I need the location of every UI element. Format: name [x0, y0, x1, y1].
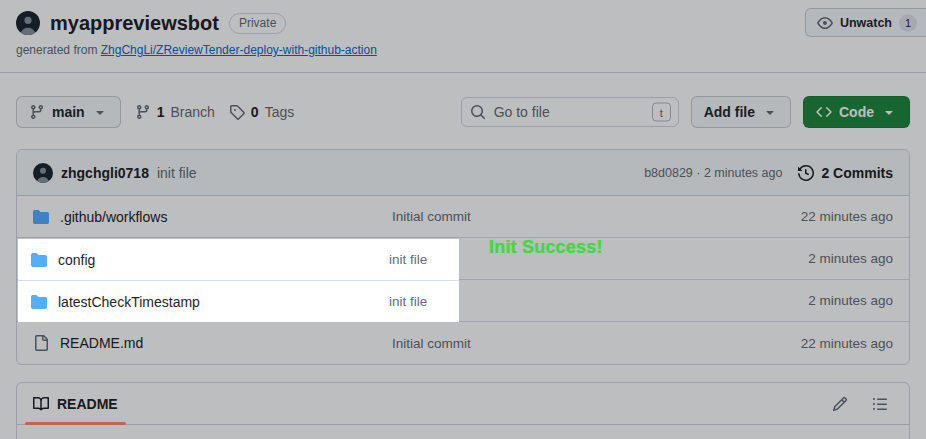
code-icon [816, 104, 832, 120]
edit-readme-button[interactable] [824, 388, 856, 420]
outline-button[interactable] [864, 388, 896, 420]
table-row: README.md Initial commit 22 minutes ago [17, 322, 909, 364]
file-name-link[interactable]: config [31, 252, 389, 268]
latest-commit-bar: zhgchgli0718 init file b8d0829 · 2 minut… [17, 150, 909, 196]
commit-message-link[interactable]: init file [389, 252, 459, 267]
visibility-badge: Private [229, 13, 286, 34]
commit-time[interactable]: 2 minutes ago [808, 251, 893, 266]
commit-time[interactable]: 22 minutes ago [801, 336, 893, 351]
commit-author-avatar [33, 163, 53, 183]
table-row: .github/workflows Initial commit 22 minu… [17, 196, 909, 238]
pencil-icon [832, 396, 848, 412]
branches-count: 1 [157, 104, 165, 120]
shortcut-kbd: t [652, 103, 671, 122]
commit-sha-time[interactable]: b8d0829 · 2 minutes ago [644, 166, 782, 180]
branches-link[interactable]: 1 Branch [135, 104, 215, 120]
file-name: latestCheckTimestamp [58, 294, 200, 310]
chevron-down-icon [881, 104, 897, 120]
generated-from-link[interactable]: ZhgChgLi/ZReviewTender-deploy-with-githu… [101, 43, 377, 57]
branch-selector-button[interactable]: main [16, 96, 121, 128]
unwatch-button[interactable]: Unwatch 1 [805, 8, 926, 37]
folder-icon [31, 252, 47, 268]
readme-section: README [16, 382, 910, 439]
tab-readme[interactable]: README [25, 383, 126, 424]
commit-message[interactable]: init file [157, 165, 197, 181]
commit-message-link[interactable]: Initial commit [392, 336, 801, 351]
readme-tab-bar: README [17, 383, 909, 425]
commit-time[interactable]: 2 minutes ago [808, 293, 893, 308]
search-icon [470, 104, 486, 120]
file-name: .github/workflows [60, 209, 167, 225]
commit-time[interactable]: 22 minutes ago [801, 209, 893, 224]
add-file-label: Add file [704, 104, 755, 120]
file-name-link[interactable]: README.md [33, 335, 392, 351]
git-branch-icon [29, 104, 45, 120]
file-name: config [58, 252, 95, 268]
file-icon [33, 335, 49, 351]
tag-icon [229, 104, 245, 120]
highlighted-row: latestCheckTimestamp init file [18, 280, 459, 322]
file-name-link[interactable]: latestCheckTimestamp [31, 294, 389, 310]
highlight-overlay-box: config init file latestCheckTimestamp in… [18, 239, 459, 322]
code-label: Code [839, 104, 874, 120]
go-to-file-input[interactable]: Go to file t [461, 97, 679, 127]
file-name: README.md [60, 335, 143, 351]
readme-tab-label: README [57, 396, 118, 412]
commit-author[interactable]: zhgchgli0718 [61, 165, 149, 181]
unwatch-label: Unwatch [840, 16, 892, 30]
generated-from-label: generated from [16, 43, 97, 57]
file-name-link[interactable]: .github/workflows [33, 209, 392, 225]
repo-toolbar: main 1 Branch 0 Tags Go to file t [16, 96, 910, 128]
history-icon [798, 165, 814, 181]
repo-title[interactable]: myappreviewsbot [50, 9, 219, 37]
branches-label: Branch [170, 104, 214, 120]
go-to-file-placeholder: Go to file [494, 104, 550, 120]
book-icon [33, 396, 49, 412]
tags-count: 0 [251, 104, 259, 120]
commits-history-link[interactable]: 2 Commits [798, 165, 893, 181]
repo-avatar [16, 11, 40, 35]
eye-icon [817, 15, 833, 31]
tags-label: Tags [265, 104, 295, 120]
add-file-button[interactable]: Add file [691, 96, 791, 128]
commit-message-link[interactable]: init file [389, 294, 459, 309]
commits-count-label: 2 Commits [821, 165, 893, 181]
folder-icon [33, 209, 49, 225]
current-branch-label: main [52, 104, 85, 120]
list-icon [872, 396, 888, 412]
tags-link[interactable]: 0 Tags [229, 104, 294, 120]
highlighted-row: config init file [18, 239, 459, 280]
init-success-message: Init Success! [489, 237, 603, 258]
chevron-down-icon [762, 104, 778, 120]
watchers-count: 1 [899, 14, 917, 32]
git-branch-icon [135, 104, 151, 120]
commit-message-link[interactable]: Initial commit [392, 209, 801, 224]
chevron-down-icon [92, 104, 108, 120]
repo-header: myappreviewsbot Private generated from Z… [0, 0, 926, 73]
folder-icon [31, 294, 47, 310]
code-button[interactable]: Code [803, 96, 910, 128]
